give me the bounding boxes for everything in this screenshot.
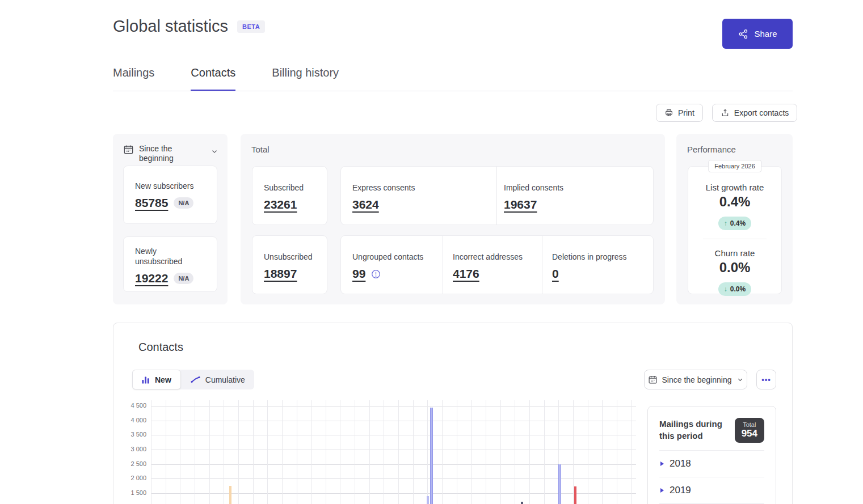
gridline-v bbox=[588, 400, 588, 504]
performance-divider bbox=[703, 239, 767, 239]
page-title: Global statistics bbox=[113, 17, 228, 36]
period-panel: Since the beginning New subscribers 8578… bbox=[113, 134, 228, 304]
gridline-v bbox=[413, 400, 414, 504]
y-tick-label: 3 000 bbox=[130, 446, 146, 452]
chart-bar-2[interactable] bbox=[427, 496, 429, 504]
toggle-new-button[interactable]: New bbox=[132, 370, 181, 389]
line-chart-icon bbox=[190, 376, 201, 383]
gridline-v bbox=[253, 400, 254, 504]
new-subscribers-label: New subscribers bbox=[135, 181, 217, 191]
triangle-right-icon bbox=[660, 461, 664, 466]
implied-consents-label: Implied consents bbox=[504, 183, 563, 193]
trend-down-arrow-icon: ↓ bbox=[724, 285, 727, 293]
share-button[interactable]: Share bbox=[722, 19, 793, 49]
consents-card: Express consents 3624 Implied consents 1… bbox=[340, 166, 654, 225]
gridline-v bbox=[573, 400, 574, 504]
list-growth-rate-value: 0.4% bbox=[688, 194, 781, 210]
ungrouped-contacts-value[interactable]: 99 bbox=[352, 267, 365, 281]
churn-trend-badge: ↓ 0.0% bbox=[718, 282, 751, 296]
mailings-total-badge: Total 954 bbox=[735, 418, 764, 443]
chart-more-options-button[interactable]: ••• bbox=[756, 370, 776, 389]
calendar-icon bbox=[123, 144, 134, 155]
chart-period-dropdown[interactable]: Since the beginning bbox=[644, 370, 747, 389]
subscribed-label: Subscribed bbox=[264, 183, 327, 193]
y-tick-label: 1 500 bbox=[130, 489, 146, 496]
bar-chart-icon bbox=[142, 376, 150, 384]
mailings-year-row-2019[interactable]: 2019 bbox=[659, 477, 764, 504]
gridline-v bbox=[340, 400, 340, 504]
deletions-in-progress-value[interactable]: 0 bbox=[552, 267, 559, 281]
page-header: Global statistics BETA bbox=[113, 17, 265, 36]
gridline-v bbox=[180, 400, 180, 504]
global-statistics-page: Global statistics BETA Share Mailings Co… bbox=[0, 0, 863, 504]
gridline-v bbox=[195, 400, 195, 504]
gridline-v bbox=[151, 400, 151, 504]
mailings-period-card: Mailings during this period Total 954 20… bbox=[647, 406, 776, 504]
chart-period-label: Since the beginning bbox=[662, 375, 732, 384]
print-button-label: Print bbox=[678, 108, 694, 117]
gridline-v bbox=[631, 400, 632, 504]
tab-mailings[interactable]: Mailings bbox=[113, 66, 154, 91]
total-panel-title: Total bbox=[251, 145, 270, 154]
performance-panel: Performance February 2026 List growth ra… bbox=[676, 134, 793, 304]
incorrect-addresses-value[interactable]: 4176 bbox=[453, 267, 479, 281]
new-subscribers-value[interactable]: 85785 bbox=[135, 196, 168, 210]
gridline-v bbox=[500, 400, 501, 504]
tab-contacts[interactable]: Contacts bbox=[191, 66, 235, 91]
other-contacts-card: Ungrouped contacts 99 Incorrect addresse… bbox=[340, 235, 654, 294]
performance-card: February 2026 List growth rate 0.4% ↑ 0.… bbox=[688, 166, 782, 294]
gridline-v bbox=[166, 400, 166, 504]
chart-bar-5[interactable] bbox=[558, 464, 561, 504]
warning-info-icon[interactable] bbox=[371, 269, 381, 279]
chart-bar-4[interactable] bbox=[521, 502, 523, 504]
gridline-v bbox=[355, 400, 355, 504]
tab-bar-divider bbox=[113, 91, 793, 91]
chart-bar-1[interactable] bbox=[229, 486, 231, 504]
list-growth-rate-label: List growth rate bbox=[688, 183, 781, 192]
chart-bar-6[interactable] bbox=[574, 486, 576, 504]
gridline-v bbox=[529, 400, 530, 504]
chart-view-toggle: New Cumulative bbox=[132, 370, 254, 389]
newly-unsubscribed-badge: N/A bbox=[174, 273, 193, 284]
ellipsis-icon: ••• bbox=[761, 375, 771, 384]
chart-plot bbox=[151, 400, 636, 504]
churn-rate-label: Churn rate bbox=[688, 248, 781, 258]
toggle-cumulative-button[interactable]: Cumulative bbox=[181, 370, 254, 389]
export-contacts-button[interactable]: Export contacts bbox=[712, 104, 798, 122]
subscribed-card: Subscribed 23261 bbox=[252, 166, 327, 225]
export-contacts-label: Export contacts bbox=[734, 108, 789, 117]
toggle-new-label: New bbox=[155, 375, 171, 384]
gridline-v bbox=[398, 400, 399, 504]
gridline-v bbox=[602, 400, 603, 504]
unsubscribed-label: Unsubscribed bbox=[264, 252, 327, 262]
period-dropdown[interactable]: Since the beginning bbox=[123, 144, 218, 163]
mailings-year-row-2018[interactable]: 2018 bbox=[659, 451, 764, 477]
tab-billing-history[interactable]: Billing history bbox=[272, 66, 339, 91]
share-icon bbox=[738, 28, 749, 40]
implied-consents-value[interactable]: 19637 bbox=[504, 198, 537, 211]
gridline-v bbox=[471, 400, 472, 504]
express-consents-cell: Express consents 3624 bbox=[341, 167, 497, 225]
period-dropdown-label: Since the beginning bbox=[139, 144, 199, 163]
gridline-v bbox=[297, 400, 297, 504]
newly-unsubscribed-value[interactable]: 19222 bbox=[135, 272, 168, 285]
subscribed-value[interactable]: 23261 bbox=[264, 198, 297, 211]
export-icon bbox=[721, 108, 730, 117]
performance-panel-title: Performance bbox=[687, 145, 736, 154]
deletions-in-progress-label: Deletions in progress bbox=[552, 252, 627, 262]
gridline-v bbox=[224, 400, 224, 504]
gridline-v bbox=[617, 400, 617, 504]
gridline-v bbox=[442, 400, 443, 504]
y-tick-label: 4 000 bbox=[130, 417, 146, 423]
y-tick-label: 2 000 bbox=[130, 475, 146, 481]
gridline-v bbox=[267, 400, 268, 504]
new-subscribers-badge: N/A bbox=[174, 197, 193, 209]
calendar-icon bbox=[648, 375, 658, 384]
express-consents-label: Express consents bbox=[352, 183, 496, 193]
print-button[interactable]: Print bbox=[656, 104, 703, 122]
trend-up-arrow-icon: ↑ bbox=[724, 219, 727, 227]
unsubscribed-value[interactable]: 18897 bbox=[264, 267, 297, 281]
chart-bar-3[interactable] bbox=[430, 408, 433, 504]
total-panel: Total Subscribed 23261 Express consents … bbox=[241, 134, 665, 304]
express-consents-value[interactable]: 3624 bbox=[352, 198, 379, 211]
